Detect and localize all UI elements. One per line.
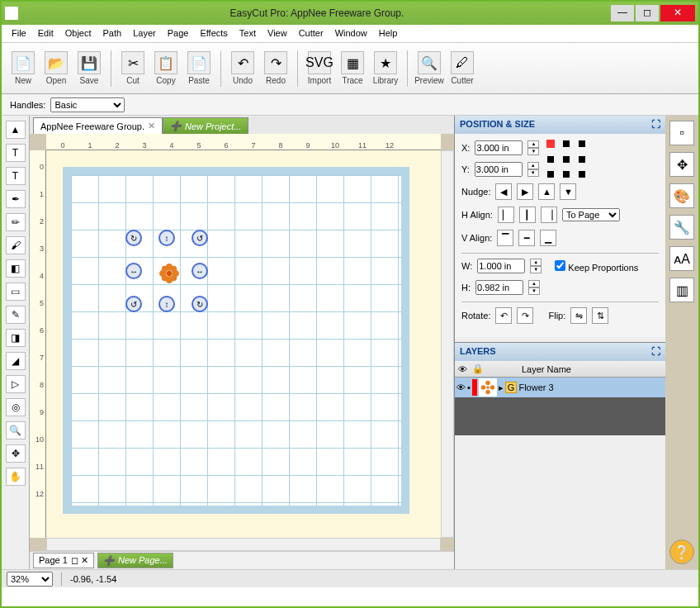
library-button[interactable]: ★Library [369, 51, 402, 85]
handle-br[interactable]: ↻ [192, 296, 208, 312]
h-input[interactable] [475, 280, 523, 295]
close-tab-icon[interactable]: ✕ [148, 121, 155, 131]
layer-dot-icon[interactable]: • [467, 382, 471, 392]
side-btn-6[interactable]: ❔ [669, 539, 694, 564]
menu-edit[interactable]: Edit [33, 26, 59, 40]
side-btn-1[interactable]: ✥ [669, 152, 694, 177]
rotate-ccw-button[interactable]: ↶ [495, 307, 512, 324]
flip-h-button[interactable]: ⇋ [570, 307, 587, 324]
valign-bottom-button[interactable]: ▁ [540, 230, 556, 246]
expand-icon[interactable]: ▸ [499, 382, 504, 393]
preview-button[interactable]: 🔍Preview [413, 51, 446, 85]
new-button[interactable]: 📄New [7, 51, 40, 85]
tool-2[interactable]: T [6, 167, 26, 185]
y-spinner[interactable]: ▲▼ [527, 162, 539, 177]
w-input[interactable] [477, 259, 525, 273]
selection-box[interactable]: ↻ ↕ ↺ ↔ ↔ ↺ ↕ ↻ [125, 230, 208, 312]
tool-3[interactable]: ✒ [6, 190, 26, 208]
tool-8[interactable]: ✎ [6, 306, 26, 324]
tool-11[interactable]: ▷ [6, 375, 26, 393]
align-to-select[interactable]: To Page [562, 208, 620, 221]
x-spinner[interactable]: ▲▼ [527, 140, 539, 155]
menu-help[interactable]: Help [374, 26, 403, 40]
h-spinner[interactable]: ▲▼ [528, 280, 540, 295]
tool-1[interactable]: T [6, 144, 26, 162]
menu-page[interactable]: Page [163, 26, 194, 40]
redo-button[interactable]: ↷Redo [259, 51, 292, 85]
layer-color-swatch[interactable] [472, 379, 477, 396]
tool-9[interactable]: ◨ [6, 329, 26, 347]
valign-top-button[interactable]: ▔ [497, 230, 513, 246]
side-btn-2[interactable]: 🎨 [669, 183, 694, 208]
save-button[interactable]: 💾Save [73, 51, 106, 85]
anchor-grid[interactable] [547, 140, 590, 183]
tool-0[interactable]: ▲ [6, 121, 26, 139]
halign-center-button[interactable]: ┃ [519, 207, 536, 223]
minimize-button[interactable]: — [611, 5, 634, 21]
w-spinner[interactable]: ▲▼ [530, 259, 542, 273]
handle-tr[interactable]: ↺ [192, 230, 208, 246]
zoom-select[interactable]: 32% [7, 572, 53, 587]
layer-visible-icon[interactable]: 👁 [456, 382, 466, 392]
layers-header[interactable]: LAYERS⛶ [455, 343, 665, 361]
page-close-icon[interactable]: ◻ ✕ [71, 555, 88, 566]
nudge-right-button[interactable]: ▶ [517, 183, 533, 200]
new-page-button[interactable]: ➕ New Page... [97, 553, 173, 568]
handle-bl[interactable]: ↺ [125, 296, 142, 312]
canvas-area[interactable]: 0123456789101112 0123456789101112 ↻ ↕ ↺ … [30, 134, 454, 551]
panel-collapse-icon[interactable]: ⛶ [651, 119, 660, 131]
tool-4[interactable]: ✏ [6, 213, 26, 231]
y-input[interactable] [475, 162, 523, 177]
doc-tab[interactable]: ➕ New Project... [163, 117, 248, 134]
trace-button[interactable]: ▦Trace [336, 51, 369, 85]
page-tab[interactable]: Page 1◻ ✕ [33, 553, 94, 568]
handle-tl[interactable]: ↻ [125, 230, 142, 246]
tool-15[interactable]: ✋ [6, 468, 26, 486]
menu-layer[interactable]: Layer [128, 26, 161, 40]
scrollbar-horizontal[interactable] [46, 538, 441, 551]
doc-tab[interactable]: AppNee Freeware Group. ✕ [33, 117, 163, 134]
menu-object[interactable]: Object [60, 26, 97, 40]
cutter-button[interactable]: 🖊Cutter [446, 51, 479, 85]
artboard[interactable]: ↻ ↕ ↺ ↔ ↔ ↺ ↕ ↻ [46, 150, 441, 538]
flip-v-button[interactable]: ⇅ [592, 307, 608, 324]
halign-right-button[interactable]: ▕ [541, 207, 557, 223]
nudge-up-button[interactable]: ▲ [538, 183, 555, 200]
tool-7[interactable]: ▭ [6, 283, 26, 301]
position-size-header[interactable]: POSITION & SIZE⛶ [455, 116, 665, 134]
tool-14[interactable]: ✥ [6, 444, 26, 463]
valign-middle-button[interactable]: ━ [518, 230, 535, 246]
menu-effects[interactable]: Effects [195, 26, 232, 40]
copy-button[interactable]: 📋Copy [149, 51, 182, 85]
halign-left-button[interactable]: ▏ [498, 207, 514, 223]
x-input[interactable] [475, 140, 523, 155]
tool-13[interactable]: 🔍 [6, 421, 26, 439]
open-button[interactable]: 📂Open [40, 51, 73, 85]
layer-name[interactable]: Flower 3 [518, 382, 553, 392]
side-btn-0[interactable]: ▫ [669, 121, 694, 145]
maximize-button[interactable]: ◻ [636, 5, 659, 21]
keep-proportions-checkbox[interactable]: Keep Proportions [555, 260, 638, 273]
tool-5[interactable]: 🖌 [6, 236, 26, 254]
menu-text[interactable]: Text [234, 26, 261, 40]
panel-collapse-icon[interactable]: ⛶ [651, 346, 660, 358]
handle-ml[interactable]: ↔ [125, 263, 142, 279]
scrollbar-vertical[interactable] [441, 150, 454, 538]
menu-path[interactable]: Path [98, 26, 127, 40]
side-btn-3[interactable]: 🔧 [669, 215, 694, 240]
side-btn-5[interactable]: ▥ [669, 278, 694, 302]
nudge-down-button[interactable]: ▼ [560, 183, 576, 200]
tool-10[interactable]: ◢ [6, 352, 26, 370]
handle-mr[interactable]: ↔ [192, 263, 208, 279]
paste-button[interactable]: 📄Paste [182, 51, 215, 85]
menu-view[interactable]: View [262, 26, 292, 40]
menu-cutter[interactable]: Cutter [294, 26, 329, 40]
handle-bm[interactable]: ↕ [158, 296, 175, 312]
tool-6[interactable]: ◧ [6, 259, 26, 278]
undo-button[interactable]: ↶Undo [226, 51, 259, 85]
import-button[interactable]: SVGImport [303, 51, 336, 85]
layer-row[interactable]: 👁 • ▸ G Flower 3 [455, 378, 665, 397]
handles-select[interactable]: Basic [50, 97, 125, 112]
close-button[interactable]: ✕ [660, 5, 695, 21]
side-btn-4[interactable]: ᴀA [669, 246, 694, 271]
